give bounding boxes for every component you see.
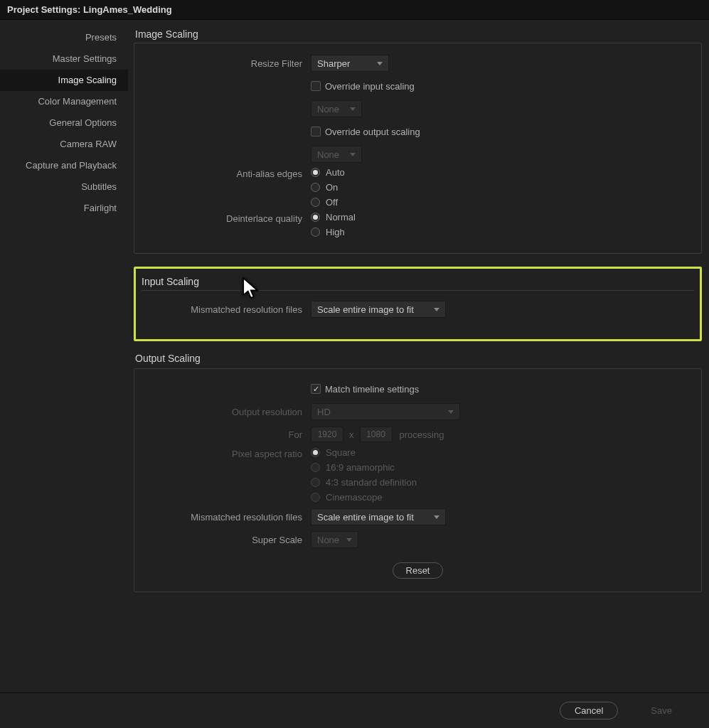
override-output-scaling-dropdown: None <box>311 146 362 163</box>
output-resolution-label: Output resolution <box>142 407 311 417</box>
chevron-down-icon <box>346 538 352 542</box>
reset-button[interactable]: Reset <box>393 562 444 579</box>
override-output-value: None <box>317 149 339 160</box>
sidebar-item-general-options[interactable]: General Options <box>0 112 128 134</box>
pixel-aspect-43-radio <box>311 478 320 487</box>
sidebar-item-subtitles[interactable]: Subtitles <box>0 176 128 198</box>
dimension-x: x <box>349 429 354 440</box>
chevron-down-icon <box>448 410 454 414</box>
output-resolution-value: HD <box>317 407 331 417</box>
override-input-scaling-label: Override input scaling <box>325 81 415 92</box>
settings-content: Image Scaling Resize Filter Sharper Over… <box>128 20 709 692</box>
override-input-scaling-checkbox[interactable] <box>311 81 321 91</box>
override-output-scaling-label: Override output scaling <box>325 127 420 137</box>
pixel-aspect-label: Pixel aspect ratio <box>142 447 311 459</box>
window-titlebar: Project Settings: LingAmes_Wedding <box>0 0 709 20</box>
anti-alias-label: Anti-alias edges <box>142 167 311 179</box>
pixel-aspect-cinemascope-radio <box>311 493 320 502</box>
anti-alias-off-label: Off <box>326 197 338 208</box>
pixel-aspect-square-radio <box>311 448 320 457</box>
deinterlace-normal-label: Normal <box>326 212 356 223</box>
deinterlace-high-radio[interactable] <box>311 228 320 237</box>
output-resolution-dropdown: HD <box>311 403 460 420</box>
window-project-name: LingAmes_Wedding <box>83 4 172 15</box>
output-mismatched-dropdown[interactable]: Scale entire image to fit <box>311 508 446 525</box>
sidebar-item-color-management[interactable]: Color Management <box>0 91 128 112</box>
override-input-value: None <box>317 104 339 114</box>
override-input-scaling-dropdown: None <box>311 100 362 117</box>
chevron-down-icon <box>434 308 439 311</box>
output-scaling-header: Output Scaling <box>134 353 702 364</box>
super-scale-dropdown: None <box>311 531 358 548</box>
cancel-button[interactable]: Cancel <box>560 702 618 719</box>
anti-alias-auto-radio[interactable] <box>311 168 320 177</box>
super-scale-label: Super Scale <box>142 535 311 545</box>
input-mismatched-dropdown[interactable]: Scale entire image to fit <box>311 301 446 318</box>
anti-alias-on-radio[interactable] <box>311 183 320 192</box>
super-scale-value: None <box>317 535 339 545</box>
page-title: Image Scaling <box>134 28 702 40</box>
resize-filter-value: Sharper <box>317 58 350 69</box>
image-scaling-panel: Resize Filter Sharper Override input sca… <box>134 43 702 254</box>
sidebar-item-master-settings[interactable]: Master Settings <box>0 48 128 70</box>
pixel-aspect-square-label: Square <box>326 447 356 458</box>
save-button: Save <box>636 702 686 719</box>
deinterlace-normal-radio[interactable] <box>311 213 320 222</box>
input-scaling-panel: Input Scaling Mismatched resolution file… <box>134 267 702 341</box>
pixel-aspect-43-label: 4:3 standard definition <box>326 477 417 488</box>
output-height-field: 1080 <box>360 427 393 442</box>
deinterlace-label: Deinterlace quality <box>142 212 311 224</box>
pixel-aspect-cinemascope-label: Cinemascope <box>326 492 383 503</box>
sidebar-item-fairlight[interactable]: Fairlight <box>0 198 128 219</box>
sidebar-item-presets[interactable]: Presets <box>0 27 128 48</box>
processing-label: processing <box>400 429 444 440</box>
pixel-aspect-169-radio <box>311 463 320 472</box>
dialog-footer: Cancel Save <box>0 692 709 728</box>
input-mismatched-label: Mismatched resolution files <box>142 304 311 315</box>
chevron-down-icon <box>434 515 439 519</box>
for-label: For <box>142 429 311 440</box>
chevron-down-icon <box>350 153 356 156</box>
input-scaling-header: Input Scaling <box>142 276 694 291</box>
sidebar-item-camera-raw[interactable]: Camera RAW <box>0 134 128 155</box>
match-timeline-label: Match timeline settings <box>325 384 419 395</box>
resize-filter-dropdown[interactable]: Sharper <box>311 55 389 72</box>
anti-alias-on-label: On <box>326 182 338 193</box>
sidebar-item-capture-playback[interactable]: Capture and Playback <box>0 155 128 176</box>
anti-alias-auto-label: Auto <box>326 167 345 178</box>
chevron-down-icon <box>350 107 356 111</box>
resize-filter-label: Resize Filter <box>142 58 311 69</box>
sidebar-item-image-scaling[interactable]: Image Scaling <box>0 70 128 91</box>
window-title-prefix: Project Settings: <box>7 4 83 15</box>
input-mismatched-value: Scale entire image to fit <box>317 304 414 315</box>
anti-alias-off-radio[interactable] <box>311 198 320 207</box>
chevron-down-icon <box>377 62 383 65</box>
settings-sidebar: Presets Master Settings Image Scaling Co… <box>0 20 128 692</box>
output-width-field: 1920 <box>311 427 343 442</box>
output-mismatched-value: Scale entire image to fit <box>317 512 414 523</box>
deinterlace-high-label: High <box>326 227 345 237</box>
pixel-aspect-169-label: 16:9 anamorphic <box>326 462 395 473</box>
output-mismatched-label: Mismatched resolution files <box>142 512 311 523</box>
override-output-scaling-checkbox[interactable] <box>311 127 321 136</box>
match-timeline-checkbox[interactable] <box>311 384 321 394</box>
output-scaling-panel: Match timeline settings Output resolutio… <box>134 368 702 592</box>
